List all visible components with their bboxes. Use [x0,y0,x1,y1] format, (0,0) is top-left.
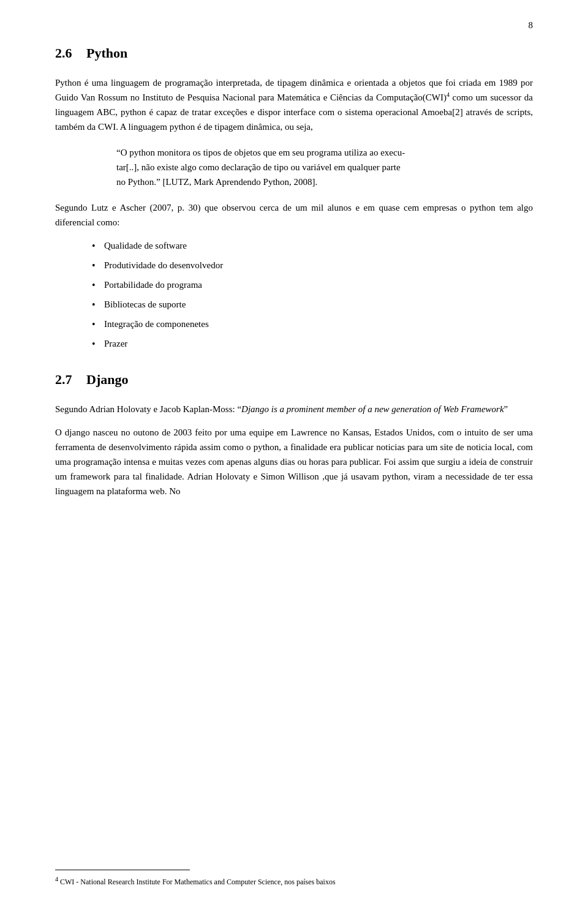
blockquote-line-3: no Python.” [LUTZ, Mark Aprendendo Pytho… [116,175,496,189]
footnote-area: 4 CWI - National Research Institute For … [55,857,533,887]
blockquote-line-2: tar[..], não existe algo como declaração… [116,160,496,175]
footnote-4-number: 4 [55,876,58,882]
bullet-item-1: Produtividade do desenvolvedor [92,258,533,273]
section-26-number: 2.6 [55,45,72,61]
bullet-item-5: Prazer [92,336,533,351]
section-27-title: Django [86,372,128,387]
section-27-number: 2.7 [55,372,72,387]
section-26-paragraph-1: Python é uma linguagem de programação in… [55,75,533,134]
footnote-divider [55,870,190,870]
bullet-item-2: Portabilidade do programa [92,277,533,292]
page-number: 8 [529,18,533,32]
bullet-item-0: Qualidade de software [92,238,533,253]
blockquote: “O python monitora os tipos de objetos q… [116,145,496,189]
section-26-paragraph-2: Segundo Lutz e Ascher (2007, p. 30) que … [55,200,533,230]
section-26: 2.6 Python Python é uma linguagem de pro… [55,43,533,351]
section-27: 2.7 Django Segundo Adrian Holovaty e Jac… [55,369,533,499]
section-27-paragraph-1: Segundo Adrian Holovaty e Jacob Kaplan-M… [55,402,533,416]
footnote-4-text: CWI - National Research Institute For Ma… [60,878,336,886]
django-intro-post: ” [504,404,508,414]
page: 8 2.6 Python Python é uma linguagem de p… [0,0,588,918]
section-26-title: Python [86,45,127,61]
bullet-item-4: Integração de componenetes [92,317,533,331]
section-27-paragraph-2: O django nasceu no outono de 2003 feito … [55,425,533,499]
section-26-heading: 2.6 Python [55,43,533,63]
blockquote-line-1: “O python monitora os tipos de objetos q… [116,145,496,160]
footnote-4: 4 CWI - National Research Institute For … [55,875,533,887]
bullet-list: Qualidade de softwareProdutividade do de… [92,238,533,351]
django-intro-pre: Segundo Adrian Holovaty e Jacob Kaplan-M… [55,404,241,414]
section-27-heading: 2.7 Django [55,369,533,389]
bullet-item-3: Bibliotecas de suporte [92,297,533,312]
django-intro-italic: Django is a prominent member of a new ge… [241,404,503,414]
